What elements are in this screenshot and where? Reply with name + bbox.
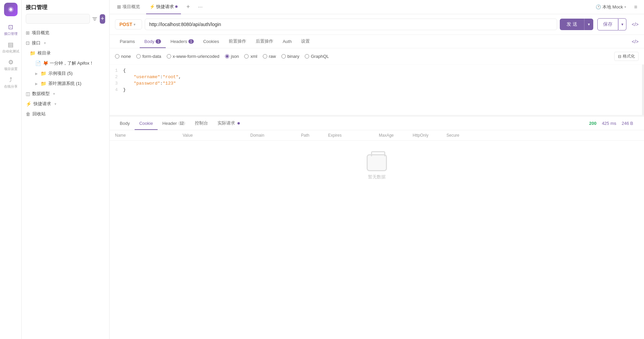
format-button[interactable]: ⊟ 格式化	[614, 52, 639, 61]
method-label: POST	[119, 22, 132, 27]
resp-tab-body[interactable]: Body	[115, 117, 135, 130]
req-tab-cookies[interactable]: Cookies	[199, 36, 224, 48]
req-tab-body[interactable]: Body 1	[140, 36, 166, 48]
top-menu-button[interactable]: ≡	[631, 3, 640, 12]
resp-tab-body-label: Body	[120, 121, 130, 126]
empty-text: 暂无数据	[368, 174, 386, 180]
tree-item-example[interactable]: ▶ 📁 示例项目 (5)	[22, 68, 109, 78]
url-bar: POST ▾ 发 送 ▾ 保存 ▾ </>	[110, 14, 644, 35]
nav-item-autotest[interactable]: ▤ 自动化测试	[3, 39, 19, 55]
doc-icon: 📄	[35, 61, 41, 66]
resp-tab-console-label: 控制台	[195, 120, 208, 126]
body-type-xml-label: xml	[250, 54, 257, 59]
response-time: 425 ms	[602, 121, 616, 126]
overview-icon: ⊞	[26, 30, 30, 36]
interface-menu-icon: ▾	[44, 41, 46, 45]
tree-item-root[interactable]: 📁 根目录	[22, 48, 109, 58]
tab-add-button[interactable]: +	[184, 0, 193, 14]
col-value: Value	[183, 133, 250, 138]
tree-label-apifox: 🦊 一分钟，了解 Apifox！	[43, 60, 94, 66]
save-dropdown-button[interactable]: ▾	[618, 18, 626, 30]
mock-chevron: ▾	[624, 5, 626, 9]
method-chevron-icon: ▾	[134, 23, 135, 26]
req-tab-auth[interactable]: Auth	[278, 36, 297, 48]
send-btn-group: 发 送 ▾	[560, 19, 593, 30]
filter-button[interactable]	[92, 14, 98, 24]
mock-button[interactable]: 🕐 本地 Mock ▾	[593, 3, 629, 12]
method-selector[interactable]: POST ▾	[115, 19, 142, 29]
req-tab-postrequest[interactable]: 后置操作	[251, 35, 278, 48]
body-type-graphql[interactable]: GraphQL	[305, 54, 329, 59]
code-view-icon[interactable]: </>	[632, 22, 639, 27]
code-line-1: 1 {	[110, 67, 644, 74]
add-button[interactable]: +	[100, 14, 106, 24]
tree-label-root: 根目录	[38, 50, 51, 56]
tree-item-datamodel[interactable]: ◫ 数据模型 ▾	[22, 89, 109, 99]
tab-quickreq[interactable]: ⚡ 快捷请求	[146, 0, 181, 14]
code-editor[interactable]: 1 { 2 "username":"root", 3 "password":"1…	[110, 65, 644, 115]
tab-overview-label: 项目概览	[122, 4, 140, 10]
expand-icon2: ▶	[35, 82, 38, 86]
req-tab-headers[interactable]: Headers 1	[166, 36, 199, 48]
folder-icon: 📁	[41, 71, 46, 76]
tree-item-overview[interactable]: ⊞ 项目概览	[22, 28, 109, 38]
tab-quickreq-label: 快捷请求	[156, 4, 174, 10]
tab-overview[interactable]: ⊞ 项目概览	[114, 0, 143, 14]
resp-tab-actual[interactable]: 实际请求	[213, 117, 245, 130]
status-code: 200	[589, 121, 597, 126]
tree-item-quickreq[interactable]: ⚡ 快捷请求 ▾	[22, 99, 109, 109]
editor-scrollbar[interactable]	[642, 65, 644, 115]
col-expires: Expires	[328, 133, 379, 138]
tab-overview-icon: ⊞	[117, 4, 121, 9]
trash-icon: 🗑	[26, 111, 30, 117]
req-tab-code-view[interactable]: </>	[632, 39, 639, 44]
body-type-none[interactable]: none	[115, 54, 131, 59]
response-area: Body Cookie Header 12 控制台 实际请求 200 425 m…	[110, 117, 644, 339]
body-type-formdata[interactable]: form-data	[136, 54, 161, 59]
quickreq-icon: ⚡	[26, 101, 31, 107]
resp-tab-console[interactable]: 控制台	[190, 117, 213, 130]
left-panel: 接口管理 + ⊞ 项目概览 ⊡ 接口 ▾ 📁 根目录 📄 🦊 一分钟，了解 Ap…	[22, 0, 110, 339]
nav-item-share[interactable]: ⤴ 在线分享	[3, 74, 19, 91]
tree-item-apifox[interactable]: 📄 🦊 一分钟，了解 Apifox！	[22, 58, 109, 68]
resp-tab-cookie[interactable]: Cookie	[135, 117, 158, 130]
body-type-raw[interactable]: raw	[263, 54, 276, 59]
tab-quickreq-icon: ⚡	[150, 4, 155, 9]
headers-count-badge: 1	[188, 39, 194, 44]
tree-item-trash[interactable]: 🗑 回收站	[22, 109, 109, 119]
req-tab-headers-label: Headers	[170, 39, 187, 44]
clock-icon: 🕐	[596, 4, 601, 9]
panel-title: 接口管理	[22, 0, 109, 14]
col-secure: Secure	[446, 133, 480, 138]
tab-more-button[interactable]: ···	[196, 0, 205, 14]
tree-item-interface[interactable]: ⊡ 接口 ▾	[22, 38, 109, 48]
empty-icon	[367, 154, 387, 171]
body-type-json[interactable]: json	[225, 54, 239, 59]
nav-label-project: 项目设置	[4, 67, 18, 71]
body-type-urlencoded-label: x-www-form-urlencoded	[173, 54, 220, 59]
search-input[interactable]	[26, 14, 90, 24]
send-dropdown-button[interactable]: ▾	[584, 19, 593, 30]
url-input[interactable]	[145, 19, 557, 30]
actual-dot	[237, 122, 240, 125]
req-tab-settings[interactable]: 设置	[296, 35, 315, 48]
resp-tab-header[interactable]: Header 12	[158, 117, 190, 130]
body-type-urlencoded[interactable]: x-www-form-urlencoded	[167, 54, 220, 59]
interface-tree-icon: ⊡	[26, 40, 30, 46]
req-tab-auth-label: Auth	[283, 39, 292, 44]
body-type-binary[interactable]: binary	[281, 54, 299, 59]
mock-label: 本地 Mock	[602, 4, 623, 10]
req-tab-prerequest[interactable]: 前置操作	[224, 35, 251, 48]
req-tab-params[interactable]: Params	[115, 36, 140, 48]
body-type-xml[interactable]: xml	[244, 54, 257, 59]
tree-item-tea[interactable]: ▶ 📁 茶叶溯源系统 (1)	[22, 78, 109, 89]
tabs-right: 🕐 本地 Mock ▾ ≡	[593, 3, 640, 12]
send-button[interactable]: 发 送	[560, 19, 584, 30]
nav-item-project[interactable]: ⚙ 项目设置	[3, 57, 19, 73]
nav-item-interface[interactable]: ⊡ 接口管理	[3, 22, 19, 38]
nav-label-autotest: 自动化测试	[2, 49, 19, 54]
nav-label-interface: 接口管理	[4, 31, 18, 36]
req-tab-body-label: Body	[144, 39, 155, 44]
folder-icon2: 📁	[41, 81, 46, 86]
save-button[interactable]: 保存	[597, 18, 618, 30]
